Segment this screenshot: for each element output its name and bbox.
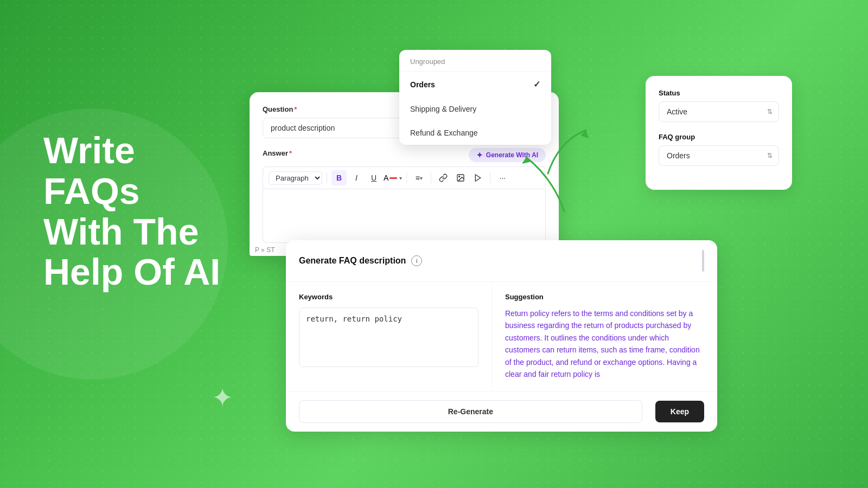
hero-line4: Help Of AI [43,251,220,292]
status-select-wrapper: Active Inactive [659,101,779,122]
status-label: Status [659,89,779,97]
hero-line1: Write [43,130,135,171]
faq-group-dropdown: Ungrouped Orders ✓ Shipping & Delivery R… [399,50,551,145]
keywords-textarea[interactable]: return, return policy [299,307,478,367]
svg-marker-2 [476,175,481,181]
ai-sparkle-icon: ✦ [476,151,483,159]
hero-text: Write FAQs With The Help Of AI [43,130,220,292]
dropdown-item-ungrouped[interactable]: Ungrouped [399,50,551,72]
toolbar-divider-3 [431,172,431,183]
suggestion-section: Suggestion Return policy refers to the t… [492,282,717,391]
italic-button[interactable]: I [349,170,364,185]
generate-panel-header: Generate FAQ description i [286,240,717,282]
answer-header: Answer* ✦ Generate With AI [263,148,546,162]
status-sidebar: Status Active Inactive FAQ group Orders … [646,76,792,190]
link-button[interactable] [436,170,451,185]
dropdown-item-refund[interactable]: Refund & Exchange [399,121,551,145]
hero-line2: FAQs [43,170,140,211]
keywords-label: Keywords [299,293,478,301]
paragraph-select[interactable]: Paragraph [269,171,322,185]
breadcrumb-bar: P » ST [250,244,280,256]
breadcrumb-text: P » ST [255,246,275,254]
faq-group-label: FAQ group [659,133,779,141]
dropdown-item-shipping[interactable]: Shipping & Delivery [399,97,551,121]
dropdown-item-orders[interactable]: Orders ✓ [399,72,551,97]
align-button[interactable]: ≡ ▾ [411,170,426,185]
suggestion-text: Return policy refers to the terms and co… [505,307,704,380]
generate-panel-title: Generate FAQ description [299,256,406,266]
image-button[interactable] [453,170,468,185]
faq-group-select-wrapper: Orders Ungrouped Shipping & Delivery Ref… [659,145,779,166]
more-button[interactable]: ··· [495,170,510,185]
toolbar-divider-2 [406,172,407,183]
generate-panel: Generate FAQ description i Keywords retu… [286,240,717,432]
generate-with-ai-button[interactable]: ✦ Generate With AI [469,148,546,162]
generate-panel-footer: Re-Generate Keep [286,391,717,432]
answer-label: Answer* [263,149,292,157]
keep-button[interactable]: Keep [655,401,704,422]
scroll-indicator [702,250,704,272]
svg-point-1 [459,176,460,177]
video-button[interactable] [470,170,486,185]
keywords-section: Keywords return, return policy [286,282,492,391]
underline-button[interactable]: U [366,170,381,185]
status-select[interactable]: Active Inactive [659,101,779,122]
video-icon [474,174,482,182]
toolbar-divider-1 [327,172,327,183]
hero-line3: With The [43,211,199,252]
editor-toolbar: Paragraph B I U A ▾ ≡ ▾ [263,166,546,189]
editor-content[interactable] [263,189,546,243]
toolbar-divider-4 [490,172,490,183]
image-icon [456,174,465,182]
check-icon: ✓ [533,79,540,89]
suggestion-label: Suggestion [505,293,704,301]
generate-panel-body: Keywords return, return policy Suggestio… [286,282,717,391]
link-icon [439,174,448,182]
color-picker-btn[interactable]: A ▾ [384,174,402,182]
faq-group-select[interactable]: Orders Ungrouped Shipping & Delivery Ref… [659,145,779,166]
regenerate-button[interactable]: Re-Generate [299,400,642,423]
info-icon[interactable]: i [411,255,422,266]
bold-button[interactable]: B [331,170,347,185]
